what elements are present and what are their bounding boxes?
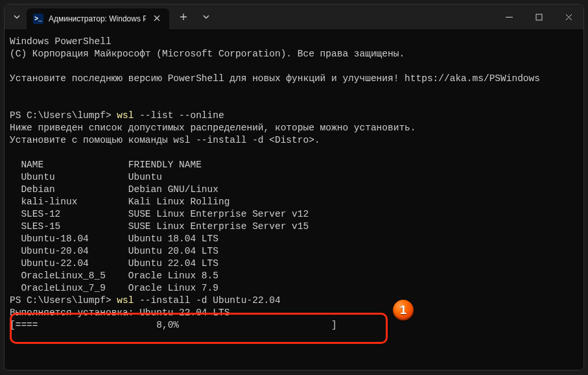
install-progress: [==== 8,0% ] [10,320,337,330]
distro-row: Ubuntu-18.04 Ubuntu 18.04 LTS [10,234,218,244]
powershell-icon: >_ [33,14,43,24]
titlebar[interactable]: >_ Администратор: Windows Po [5,5,583,29]
distro-row: OracleLinux_8_5 Oracle Linux 8.5 [10,271,218,281]
ps-notice: Установите последнюю версию PowerShell д… [10,73,405,84]
distro-row: Ubuntu-20.04 Ubuntu 20.04 LTS [10,246,218,256]
tab-powershell[interactable]: >_ Администратор: Windows Po [27,8,169,29]
distro-row: SLES-15 SUSE Linux Enterprise Server v15 [10,221,309,232]
distro-col-head: NAME FRIENDLY NAME [10,160,202,170]
maximize-button[interactable] [524,5,554,29]
list-intro-1: Ниже приведен список допустимых распреде… [10,123,416,133]
titlebar-drag-area[interactable] [215,5,494,29]
distro-row: SLES-12 SUSE Linux Enterprise Server v12 [10,209,309,219]
titlebar-left: >_ Администратор: Windows Po [5,5,215,29]
new-tab-button[interactable] [173,13,194,21]
prompt-2-cmd: wsl [117,295,139,306]
install-status: Выполняется установка: Ubuntu 22.04 LTS [10,308,229,318]
prompt-1-args: --list --online [139,110,224,121]
close-window-button[interactable] [554,5,583,29]
list-intro-2: Установите с помощью команды wsl --insta… [10,135,320,145]
distro-row: Ubuntu-22.04 Ubuntu 22.04 LTS [10,258,218,269]
prompt-1-path: PS C:\Users\lumpf> [10,110,117,121]
tab-title: Администратор: Windows Po [49,14,146,23]
app-menu-chevron-icon[interactable] [11,14,23,20]
distro-row: Debian Debian GNU/Linux [10,184,218,195]
terminal-output[interactable]: Windows PowerShell (C) Корпорация Майкро… [5,29,583,370]
minimize-button[interactable] [494,5,524,29]
distro-row: Ubuntu Ubuntu [10,172,162,182]
prompt-2-target: Ubuntu-22.04 [213,295,280,306]
window-controls [494,5,583,29]
distro-row: kali-linux Kali Linux Rolling [10,197,229,207]
ps-notice-link: https://aka.ms/PSWindows [405,73,540,84]
prompt-1-cmd: wsl [117,110,139,121]
ps-header-2: (C) Корпорация Майкрософт (Microsoft Cor… [10,49,405,59]
prompt-2-args: --install -d [139,295,213,306]
terminal-window: >_ Администратор: Windows Po [4,4,584,370]
svg-rect-0 [536,14,542,20]
ps-header-1: Windows PowerShell [10,36,112,47]
distro-row: OracleLinux_7_9 Oracle Linux 7.9 [10,283,218,293]
prompt-2-path: PS C:\Users\lumpf> [10,295,117,306]
close-tab-button[interactable] [151,13,163,25]
tab-dropdown-chevron-icon[interactable] [198,14,215,20]
